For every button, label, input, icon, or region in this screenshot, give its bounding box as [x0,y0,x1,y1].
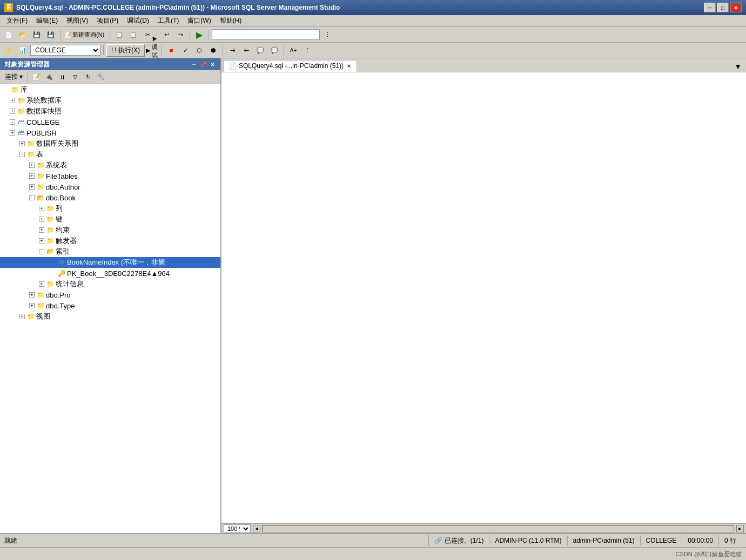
tree-item-tables[interactable]: - 📁 表 [0,149,220,160]
sql-toolbar-btn1[interactable]: ⚡ [2,44,15,56]
refresh-button[interactable]: ↻ [82,72,94,83]
tree-item-dbo-type[interactable]: + 📁 dbo.Type [0,300,220,311]
copy-button[interactable]: 📋 [113,29,126,41]
tree-item-statistics[interactable]: + 📁 统计信息 [0,279,220,289]
paste-button[interactable]: 📋 [127,29,140,41]
tree-item-file-tables[interactable]: + 📁 FileTables [0,171,220,181]
tree-item-constraints[interactable]: + 📁 约束 [0,225,220,235]
menu-view[interactable]: 视图(V) [62,15,92,26]
tree-item-indexes[interactable]: - 📂 索引 [0,246,220,257]
tree-item-dbo-author[interactable]: + 📁 dbo.Author [0,181,220,192]
expand-db-diagrams[interactable]: + [19,141,25,146]
scroll-right-button[interactable]: ► [736,525,744,532]
unindent-button[interactable]: ⇤ [240,44,253,56]
menu-help[interactable]: 帮助(H) [216,15,246,26]
database-selector[interactable]: COLLEGE [30,45,100,56]
run-button[interactable]: ▶ [193,29,206,41]
filter-button[interactable]: ▽ [69,72,81,83]
server-input[interactable] [212,29,320,40]
maximize-button[interactable]: □ [717,3,729,12]
tree-item-databases[interactable]: 📁 库 [0,84,220,95]
tree-item-dbo-book[interactable]: - 📂 dbo.Book [0,192,220,203]
execute-button[interactable]: ! ! 执行(X) [106,44,145,57]
tree-item-columns[interactable]: + 📁 列 [0,203,220,214]
menu-project[interactable]: 项目(P) [92,15,123,26]
save-all-button[interactable]: 💾 [44,29,57,41]
expand-keys[interactable]: + [39,217,44,222]
expand-dbo-type[interactable]: + [29,303,35,308]
expand-db-snapshots[interactable]: + [10,109,15,114]
sql-toolbar-btn2[interactable]: 📊 [16,44,29,56]
expand-indexes[interactable]: - [39,249,44,254]
parse-button[interactable]: ⬡ [193,44,206,56]
sql-editor[interactable] [221,72,746,523]
editor-content[interactable] [224,75,744,521]
tree-item-db-diagrams[interactable]: + 📁 数据库关系图 [0,138,220,149]
font-size-btn[interactable]: A+ [287,44,300,56]
panel-pin2-icon[interactable]: 📌 [199,60,207,68]
tree-item-views[interactable]: + 📁 视图 [0,311,220,322]
expand-statistics[interactable]: + [39,281,44,287]
expand-file-tables[interactable]: + [29,173,35,179]
tree-item-college[interactable]: - 🗃 COLLEGE [0,117,220,127]
expand-tables[interactable]: - [19,152,25,157]
minimize-button[interactable]: ─ [704,3,716,12]
tree-item-pk-book[interactable]: 🔑 PK_Book__3DE0C2278E4▲964 [0,268,220,279]
save-button[interactable]: 💾 [30,29,43,41]
expand-constraints[interactable]: + [39,227,44,233]
comment-button[interactable]: 💬 [254,44,267,56]
expand-sys-tables[interactable]: + [29,163,35,168]
tree-item-sys-tables[interactable]: + 📁 系统表 [0,160,220,171]
tree-item-dbo-pro[interactable]: + 📁 dbo.Pro [0,289,220,300]
scroll-left-button[interactable]: ◄ [253,525,260,532]
uncomment-button[interactable]: 💬 [268,44,281,56]
toolbar-options[interactable]: ⋮ [321,29,334,41]
menu-window[interactable]: 窗口(W) [183,15,215,26]
tree-item-triggers[interactable]: + 📁 触发器 [0,235,220,246]
tab-close-button[interactable]: ✕ [346,63,352,69]
tree-view[interactable]: 📁 库 + 📁 系统数据库 + 📁 数据库快照 - 🗃 COLLEGE [0,84,220,533]
new-query-exp-button[interactable]: 📝 [30,72,42,83]
expand-dbo-author[interactable]: + [29,184,35,190]
tree-item-db-snapshots[interactable]: + 📁 数据库快照 [0,106,220,117]
tab-scroll-arrow[interactable]: ▼ [732,61,744,72]
disconnect-button[interactable]: 🔌 [43,72,55,83]
debug-button[interactable]: ▶ ▶ 调试(D) [146,44,159,56]
expand-databases[interactable] [2,85,11,94]
pause-button[interactable]: ⏸ [56,72,68,83]
open-button[interactable]: 📂 [16,29,29,41]
menu-file[interactable]: 文件(F) [2,15,32,26]
toolbar-more[interactable]: ⋮ [301,44,314,56]
sql-tab[interactable]: 📄 SQLQuery4.sql -...in-PC\admin (51)) ✕ [224,60,357,72]
expand-college[interactable]: - [10,119,15,125]
expand-dbo-pro[interactable]: + [29,292,35,298]
menu-tools[interactable]: 工具(T) [153,15,183,26]
stop-button[interactable]: ■ [165,44,178,56]
properties-button[interactable]: 🔧 [95,72,107,83]
expand-system-dbs[interactable]: + [10,98,15,103]
tree-item-system-dbs[interactable]: + 📁 系统数据库 [0,95,220,106]
redo-button[interactable]: ↪ [174,29,187,41]
expand-dbo-book[interactable]: - [29,195,35,200]
horizontal-scrollbar[interactable] [263,525,734,532]
panel-close-icon[interactable]: ✕ [209,60,216,68]
undo-button[interactable]: ↩ [160,29,173,41]
new-file-button[interactable]: 📄 [2,29,15,41]
tree-item-publish[interactable]: + 🗃 PUBLISH [0,127,220,138]
menu-debug[interactable]: 调试(D) [123,15,153,26]
indent-button[interactable]: ⇥ [226,44,239,56]
expand-views[interactable]: + [19,314,25,319]
new-query-button[interactable]: 📝 新建查询(N) [63,29,107,41]
check-button[interactable]: ✓ [179,44,192,56]
tree-item-keys[interactable]: + 📁 键 [0,214,220,225]
panel-pin-icon[interactable]: ─ [190,60,198,68]
tree-item-book-name-index[interactable]: ⚙ BookNameIndex (不唯一，非聚 [0,257,220,268]
expand-triggers[interactable]: + [39,238,44,244]
expand-publish[interactable]: + [10,130,15,136]
menu-edit[interactable]: 编辑(E) [32,15,62,26]
results-button[interactable]: ⬢ [207,44,220,56]
zoom-selector[interactable]: 100 % [224,524,251,533]
expand-columns[interactable]: + [39,206,44,211]
close-button[interactable]: ✕ [730,3,742,12]
connect-button[interactable]: 连接 ▾ [2,72,25,83]
